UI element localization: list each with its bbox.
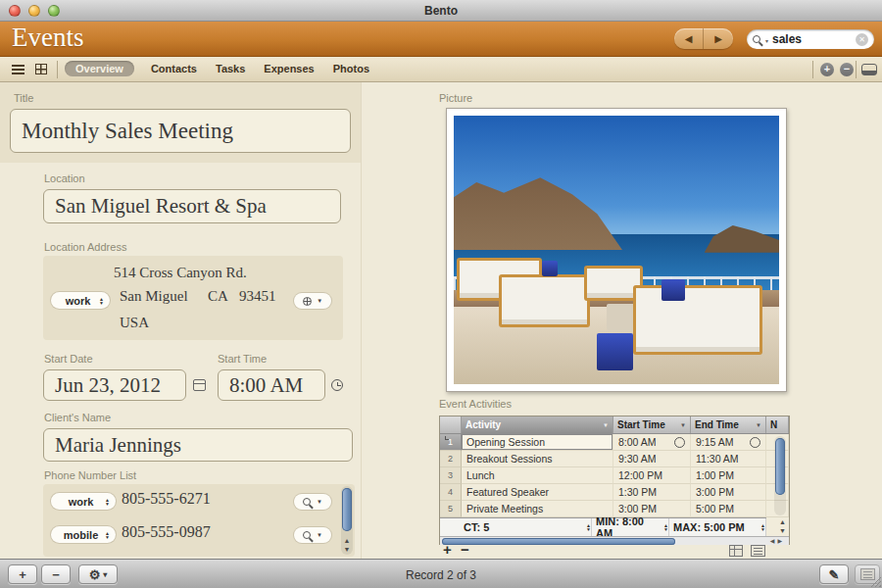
table-scrollbar-horizontal[interactable]: ◀▶ [440, 536, 789, 545]
photo-sofa [633, 285, 763, 355]
tab-expenses[interactable]: Expenses [262, 61, 316, 76]
location-field[interactable]: San Miguel Resort & Spa [43, 189, 341, 223]
fields-panel-icon[interactable] [861, 64, 877, 75]
phone-list-scrollbar[interactable]: ▲▼ [341, 486, 353, 555]
start-date-field[interactable]: Jun 23, 2012 [43, 369, 186, 401]
next-record-button[interactable]: ▶ [704, 28, 733, 49]
pencil-icon: ✎ [829, 567, 840, 582]
scrollbar-thumb[interactable] [775, 438, 785, 495]
form-tabs: Overview Contacts Tasks Expenses Photos [65, 61, 371, 76]
record-nav: ◀ ▶ [674, 28, 733, 49]
photo-sofa [499, 274, 590, 328]
location-field-label: Location [44, 172, 85, 184]
edit-layout-button[interactable]: ✎ [819, 564, 849, 584]
tab-photos[interactable]: Photos [331, 61, 371, 76]
scrollbar-thumb[interactable] [342, 488, 352, 531]
add-activity-row-button[interactable]: + [443, 541, 452, 558]
tab-tasks[interactable]: Tasks [214, 61, 247, 76]
clock-icon[interactable] [674, 437, 685, 448]
start-time-field[interactable]: 8:00 AM [218, 369, 325, 401]
table-scroll-arrows[interactable]: ▲▼ [779, 517, 786, 535]
activities-table: Activity▼ Start Time▼ End Time▼ N 1 Open… [439, 416, 790, 545]
related-form-view-icon[interactable] [751, 545, 765, 557]
map-icon[interactable] [303, 297, 312, 306]
library-header: Events ◀ ▶ ▾ sales ✕ [0, 22, 882, 57]
search-input-value[interactable]: sales [772, 32, 856, 46]
tab-contacts[interactable]: Contacts [149, 61, 199, 76]
address-field-label: Location Address [44, 241, 126, 253]
address-actions: ▼ [294, 293, 331, 309]
summary-stepper-icon[interactable]: ▲▼ [663, 523, 668, 531]
search-field[interactable]: ▾ sales ✕ [747, 29, 874, 49]
scrollbar-arrows[interactable]: ▲▼ [341, 536, 353, 554]
address-panel: 514 Cross Canyon Rd. work ▲▼ San Miguel … [43, 256, 343, 340]
address-city[interactable]: San Miguel [120, 288, 188, 305]
summary-count[interactable]: CT: 5 ▲▼ [440, 518, 592, 536]
scrollbar-thumb[interactable] [442, 538, 675, 545]
previous-record-button[interactable]: ◀ [674, 28, 704, 49]
table-row[interactable]: 1 Opening Session 8:00 AM 9:15 AM [440, 434, 789, 451]
phone-type-dropdown[interactable]: mobile ▲▼ [51, 526, 116, 543]
remove-form-button[interactable]: − [840, 63, 854, 76]
tab-overview[interactable]: Overview [65, 61, 134, 76]
column-header-activity[interactable]: Activity▼ [462, 416, 613, 433]
column-header-end-time[interactable]: End Time▼ [691, 416, 766, 433]
phone-menu-caret-icon[interactable]: ▼ [317, 532, 322, 538]
clock-icon[interactable] [750, 437, 760, 448]
address-type-dropdown[interactable]: work ▲▼ [51, 292, 110, 309]
search-scope-caret-icon[interactable]: ▾ [765, 37, 768, 44]
toolbar-separator [812, 61, 813, 78]
phone-type-dropdown[interactable]: work ▲▼ [51, 493, 116, 510]
bento-window: Bento Events ◀ ▶ ▾ sales ✕ Overview Cont… [0, 0, 882, 588]
statusbar: + − ⚙ ▾ Record 2 of 3 ✎ [0, 559, 882, 588]
hscroll-arrows[interactable]: ◀▶ [770, 537, 785, 544]
record-counter: Record 2 of 3 [0, 568, 882, 582]
remove-activity-row-button[interactable]: − [461, 541, 469, 558]
sort-caret-icon[interactable]: ▼ [603, 422, 609, 428]
column-header-notes[interactable]: N [766, 416, 789, 433]
address-state[interactable]: CA [208, 288, 228, 305]
address-menu-caret-icon[interactable]: ▼ [317, 298, 322, 304]
form-icon [860, 568, 875, 580]
sort-caret-icon[interactable]: ▼ [756, 422, 761, 428]
related-table-view-icon[interactable] [729, 545, 743, 557]
column-header-start-time[interactable]: Start Time▼ [613, 416, 691, 433]
grid-view-icon[interactable] [35, 64, 47, 74]
magnifier-icon[interactable] [303, 531, 311, 539]
summary-stepper-icon[interactable]: ▲▼ [760, 523, 765, 531]
phone-number[interactable]: 805-555-0987 [122, 523, 211, 541]
phone-menu-caret-icon[interactable]: ▼ [317, 499, 322, 505]
summary-max[interactable]: MAX: 5:00 PM ▲▼ [669, 518, 766, 536]
address-street[interactable]: 514 Cross Canyon Rd. [114, 265, 247, 281]
calendar-icon[interactable] [193, 379, 206, 391]
sort-caret-icon[interactable]: ▼ [680, 422, 686, 428]
phone-list-label: Phone Number List [44, 469, 136, 481]
phone-list-panel: work ▲▼ 805-555-6271 ▼ mobile ▲▼ 805-555… [43, 484, 355, 557]
phone-number[interactable]: 805-555-6271 [122, 490, 211, 508]
summary-min[interactable]: MIN: 8:00 AM ▲▼ [592, 518, 669, 536]
address-country[interactable]: USA [120, 315, 149, 331]
photo-blue-cube [542, 261, 559, 276]
start-time-label: Start Time [218, 353, 267, 365]
toolbar-separator [57, 61, 58, 78]
start-date-label: Start Date [44, 353, 93, 365]
table-row[interactable]: 2 Breakout Sessions 9:30 AM 11:30 AM [440, 451, 789, 467]
photo-blue-cube [662, 279, 684, 301]
address-zip[interactable]: 93451 [239, 288, 276, 305]
client-name-field[interactable]: Maria Jennings [43, 428, 353, 462]
picture-field[interactable] [446, 108, 787, 392]
summary-stepper-icon[interactable]: ▲▼ [586, 523, 591, 531]
table-row[interactable]: 3 Lunch 12:00 PM 1:00 PM [440, 467, 789, 484]
add-form-button[interactable]: + [820, 63, 834, 76]
table-scrollbar-vertical[interactable] [774, 436, 786, 515]
picture-field-label: Picture [439, 92, 472, 104]
clock-icon[interactable] [331, 379, 343, 391]
clear-search-icon[interactable]: ✕ [856, 33, 868, 46]
magnifier-icon[interactable] [303, 498, 311, 506]
title-field[interactable]: Monthly Sales Meeting [10, 109, 351, 153]
table-row[interactable]: 4 Featured Speaker 1:30 PM 3:00 PM [440, 484, 789, 501]
record-form: Title Monthly Sales Meeting Location San… [0, 82, 882, 559]
table-view-icon[interactable] [12, 65, 24, 74]
titlebar: Bento [0, 0, 882, 22]
summary-row: CT: 5 ▲▼ MIN: 8:00 AM ▲▼ MAX: 5:00 PM ▲▼ [440, 517, 766, 536]
